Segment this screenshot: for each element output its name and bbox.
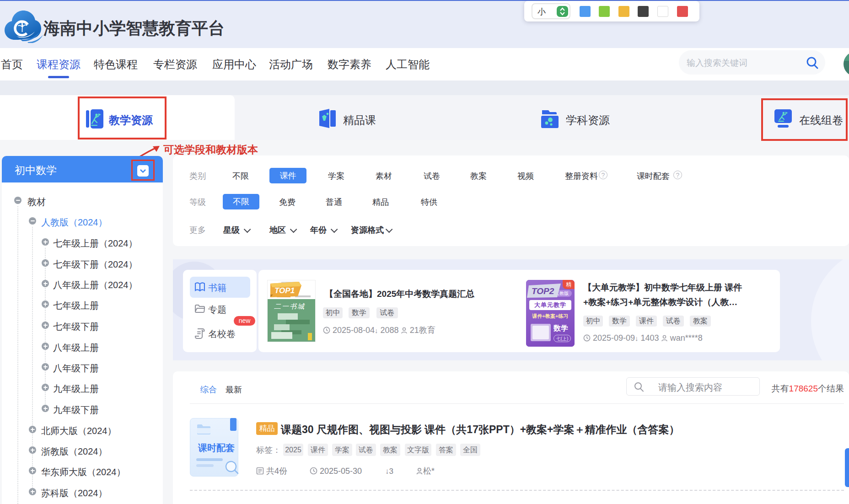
svg-text:TOP2: TOP2 (532, 286, 554, 296)
svg-text:TOP1: TOP1 (274, 286, 295, 295)
